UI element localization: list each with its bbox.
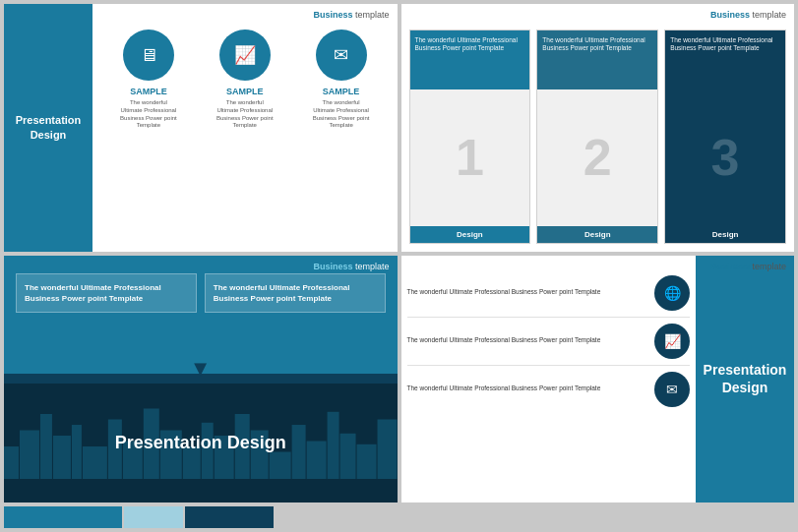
bar-seg-1 xyxy=(4,506,122,528)
slide2-biz-bold: Business xyxy=(710,10,750,20)
svg-rect-21 xyxy=(378,419,398,479)
slide2-col3-btn[interactable]: Design xyxy=(665,226,785,243)
svg-rect-3 xyxy=(53,436,71,479)
slide1-icon-2: 📈 SAMPLE The wonderful Ultimate Professi… xyxy=(215,30,275,130)
slide3-box1: The wonderful Ultimate Professional Busi… xyxy=(16,273,197,313)
slide4-row-3: The wonderful Ultimate Professional Busi… xyxy=(407,372,691,413)
slide4-biz-label: Business template xyxy=(710,262,786,271)
slide1-title: Presentation Design xyxy=(12,113,85,142)
slide4-text-2: The wonderful Ultimate Professional Busi… xyxy=(407,336,649,344)
svg-rect-20 xyxy=(357,444,377,479)
slide1-sample-3: SAMPLE xyxy=(323,87,360,96)
svg-rect-5 xyxy=(83,446,107,479)
slide3-bottom-text: Presentation Design xyxy=(115,433,286,453)
slide4-circle-3: ✉ xyxy=(654,372,690,407)
slide1-icon-3: ✉ SAMPLE The wonderful Ultimate Professi… xyxy=(312,30,371,130)
slide1-desc-2: The wonderful Ultimate Professional Busi… xyxy=(215,99,275,130)
slide4-circle-2: 📈 xyxy=(654,324,690,359)
slide1-desc-1: The wonderful Ultimate Professional Busi… xyxy=(119,99,178,130)
bar-seg-3 xyxy=(185,506,274,528)
slide4-text-3: The wonderful Ultimate Professional Busi… xyxy=(407,384,649,392)
slide2-col2-num: 2 xyxy=(537,89,657,226)
slide1-desc-3: The wonderful Ultimate Professional Busi… xyxy=(312,99,371,130)
slide2-col1-text: The wonderful Ultimate Professional Busi… xyxy=(410,30,530,89)
svg-rect-19 xyxy=(340,434,356,479)
slide2-biz-label: Business template xyxy=(710,10,786,20)
slide4-row-2: The wonderful Ultimate Professional Busi… xyxy=(407,324,691,366)
svg-rect-4 xyxy=(72,425,82,479)
slide2-col2-text: The wonderful Ultimate Professional Busi… xyxy=(537,30,657,89)
slide4-right-panel: Presentation Design xyxy=(696,256,794,503)
slide3-biz-label: Business template xyxy=(313,262,389,271)
slide-3: Business template The wonderful Ultimate… xyxy=(4,256,398,503)
svg-rect-1 xyxy=(20,430,39,479)
slide4-row-1: The wonderful Ultimate Professional Busi… xyxy=(407,275,691,318)
svg-rect-16 xyxy=(292,425,306,479)
down-arrow-icon: ▼ xyxy=(190,356,212,382)
slide3-box2: The wonderful Ultimate Professional Busi… xyxy=(205,273,386,313)
slide1-circle-1: 🖥 xyxy=(123,30,174,81)
slide1-icon-1: 🖥 SAMPLE The wonderful Ultimate Professi… xyxy=(119,30,178,130)
slide2-col-2: The wonderful Ultimate Professional Busi… xyxy=(536,30,658,244)
svg-rect-0 xyxy=(4,446,19,479)
slide4-right-title: Presentation Design xyxy=(704,361,787,396)
slide4-left: The wonderful Ultimate Professional Busi… xyxy=(401,256,697,503)
slide2-col-1: The wonderful Ultimate Professional Busi… xyxy=(409,30,531,244)
slide2-cols: The wonderful Ultimate Professional Busi… xyxy=(409,30,787,244)
bottom-bar xyxy=(4,506,794,528)
slide2-col3-text: The wonderful Ultimate Professional Busi… xyxy=(665,30,785,89)
slide2-col-3: The wonderful Ultimate Professional Busi… xyxy=(664,30,786,244)
slide1-circle-3: ✉ xyxy=(316,30,367,81)
slide-1: Business template Presentation Design 🖥 … xyxy=(4,4,398,252)
slide1-left-panel: Presentation Design xyxy=(4,4,92,252)
slide4-text-1: The wonderful Ultimate Professional Busi… xyxy=(407,288,649,296)
slide2-col3-num: 3 xyxy=(665,89,785,226)
slide4-biz-bold: Business xyxy=(710,262,750,271)
slide2-col1-num: 1 xyxy=(410,89,530,226)
slide3-biz-bold: Business xyxy=(313,262,352,271)
slide4-circle-1: 🌐 xyxy=(654,275,690,311)
slide1-biz-label: Business template xyxy=(313,10,389,20)
svg-rect-15 xyxy=(270,451,291,479)
slide1-icons-row: 🖥 SAMPLE The wonderful Ultimate Professi… xyxy=(100,30,390,130)
slide-4: Business template The wonderful Ultimate… xyxy=(401,256,795,503)
slide1-circle-2: 📈 xyxy=(219,30,271,81)
slide1-content: 🖥 SAMPLE The wonderful Ultimate Professi… xyxy=(92,4,398,252)
svg-rect-2 xyxy=(40,414,52,479)
slide1-biz-bold: Business xyxy=(313,10,352,20)
slide2-col2-btn[interactable]: Design xyxy=(537,226,657,243)
bar-seg-2 xyxy=(124,506,183,528)
svg-rect-17 xyxy=(307,441,327,479)
svg-rect-18 xyxy=(328,412,339,479)
slide2-col1-btn[interactable]: Design xyxy=(410,226,530,243)
slide1-sample-1: SAMPLE xyxy=(130,87,167,96)
slide-2: Business template The wonderful Ultimate… xyxy=(401,4,795,252)
slide1-sample-2: SAMPLE xyxy=(226,87,264,96)
